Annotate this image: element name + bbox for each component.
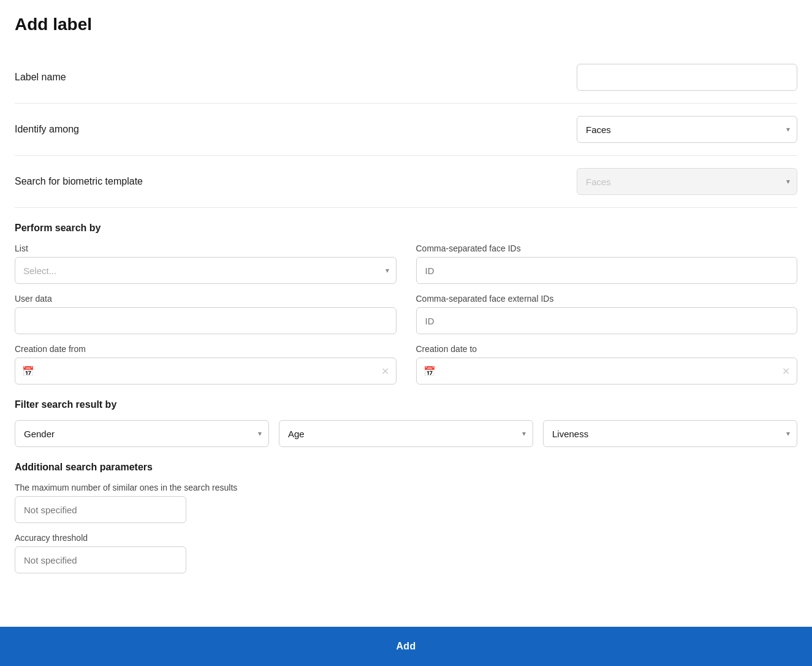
label-name-row: Label name	[15, 52, 797, 104]
user-data-label: User data	[15, 294, 397, 304]
label-name-input[interactable]	[577, 64, 797, 91]
user-data-field-group: User data	[15, 294, 397, 334]
clear-to-icon[interactable]: ✕	[782, 366, 790, 377]
creation-date-from-label: Creation date from	[15, 344, 397, 354]
creation-date-from-field-group: Creation date from 📅 ✕	[15, 344, 397, 385]
liveness-select[interactable]: Liveness Real Fake	[543, 420, 797, 447]
search-biometric-control: Faces ▾	[577, 168, 797, 195]
perform-search-section: Perform search by List Select... ▾ Comma…	[15, 223, 797, 385]
clear-from-icon[interactable]: ✕	[381, 366, 389, 377]
accuracy-threshold-field-group: Accuracy threshold	[15, 533, 797, 573]
label-name-control	[577, 64, 797, 91]
search-biometric-select: Faces	[577, 168, 797, 195]
label-name-label: Label name	[15, 72, 66, 83]
list-field-group: List Select... ▾	[15, 243, 397, 284]
max-similar-input[interactable]	[15, 496, 186, 523]
face-external-ids-input[interactable]	[416, 307, 798, 334]
face-ids-input[interactable]	[416, 257, 798, 284]
identify-among-select[interactable]: Faces Bodies	[577, 116, 797, 143]
search-biometric-row: Search for biometric template Faces ▾	[15, 156, 797, 208]
face-external-ids-label: Comma-separated face external IDs	[416, 294, 798, 304]
add-button[interactable]: Add	[396, 641, 415, 652]
identify-among-control: Faces Bodies ▾	[577, 116, 797, 143]
filter-section: Filter search result by Gender Male Fema…	[15, 399, 797, 447]
additional-params-section: Additional search parameters The maximum…	[15, 462, 797, 573]
creation-date-to-input[interactable]	[416, 358, 798, 385]
identify-among-row: Identify among Faces Bodies ▾	[15, 104, 797, 156]
age-wrapper: Age Child Adult Senior ▾	[279, 420, 533, 447]
age-select[interactable]: Age Child Adult Senior	[279, 420, 533, 447]
accuracy-threshold-label: Accuracy threshold	[15, 533, 797, 543]
filter-grid: Gender Male Female ▾ Age Child Adult Sen…	[15, 420, 797, 447]
bottom-bar: Add	[0, 627, 812, 666]
page-title: Add label	[15, 15, 797, 34]
list-label: List	[15, 243, 397, 253]
creation-date-to-field-group: Creation date to 📅 ✕	[416, 344, 798, 385]
face-external-ids-field-group: Comma-separated face external IDs	[416, 294, 798, 334]
search-by-grid: List Select... ▾ Comma-separated face ID…	[15, 243, 797, 385]
gender-select[interactable]: Gender Male Female	[15, 420, 269, 447]
liveness-wrapper: Liveness Real Fake ▾	[543, 420, 797, 447]
face-ids-label: Comma-separated face IDs	[416, 243, 798, 253]
face-ids-field-group: Comma-separated face IDs	[416, 243, 798, 284]
max-similar-field-group: The maximum number of similar ones in th…	[15, 483, 797, 523]
creation-date-from-input[interactable]	[15, 358, 397, 385]
search-biometric-label: Search for biometric template	[15, 176, 143, 187]
user-data-input[interactable]	[15, 307, 397, 334]
list-select[interactable]	[15, 257, 397, 284]
filter-section-title: Filter search result by	[15, 399, 797, 410]
accuracy-threshold-input[interactable]	[15, 546, 186, 573]
perform-search-title: Perform search by	[15, 223, 797, 234]
identify-among-label: Identify among	[15, 124, 79, 135]
additional-params-title: Additional search parameters	[15, 462, 797, 473]
creation-date-to-label: Creation date to	[416, 344, 798, 354]
max-similar-label: The maximum number of similar ones in th…	[15, 483, 797, 492]
gender-wrapper: Gender Male Female ▾	[15, 420, 269, 447]
